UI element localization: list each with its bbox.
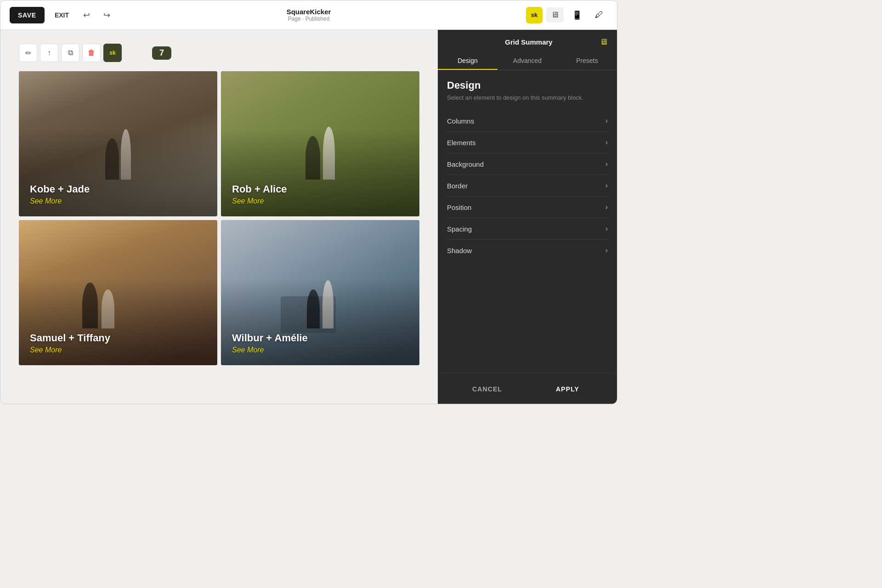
topbar: SAVE EXIT ↩ ↪ SquareKicker Page · Publis… — [0, 0, 617, 30]
panel-row-label-shadow: Shadow — [447, 247, 472, 254]
panel-row-elements[interactable]: Elements › — [447, 132, 608, 153]
photo-link-1[interactable]: See More — [30, 197, 206, 205]
mobile-device-button[interactable]: 📱 — [567, 7, 587, 23]
canvas: ✏ ↑ ⧉ 🗑 sk 7 8 — [0, 30, 438, 404]
photo-card-2[interactable]: Rob + Alice See More — [221, 71, 419, 216]
redo-icon: ↪ — [103, 10, 110, 20]
panel-row-label-elements: Elements — [447, 139, 476, 147]
photo-card-3[interactable]: Samuel + Tiffany See More — [19, 220, 217, 365]
topbar-right: sk 🖥 📱 🖊 — [526, 7, 608, 23]
photo-title-1: Kobe + Jade — [30, 183, 206, 195]
panel-body: Design Select an element to design on th… — [438, 70, 617, 373]
panel-header: Grid Summary 🖥 — [438, 30, 617, 47]
duplicate-icon: ⧉ — [68, 49, 73, 57]
panel-row-border[interactable]: Border › — [447, 175, 608, 197]
right-panel: Grid Summary 🖥 Design Advanced Presets D… — [438, 30, 617, 404]
desktop-device-button[interactable]: 🖥 — [546, 7, 564, 23]
photo-grid: Kobe + Jade See More Rob + Alice See Mor… — [19, 71, 419, 365]
panel-section-desc: Select an element to design on this summ… — [447, 94, 608, 101]
undo-button[interactable]: ↩ — [79, 8, 94, 23]
panel-row-label-spacing: Spacing — [447, 225, 472, 233]
photo-overlay-1: Kobe + Jade See More — [19, 71, 217, 216]
panel-row-spacing[interactable]: Spacing › — [447, 218, 608, 240]
tab-presets[interactable]: Presets — [557, 52, 617, 70]
panel-row-shadow[interactable]: Shadow › — [447, 240, 608, 261]
save-button[interactable]: SAVE — [10, 7, 45, 23]
photo-title-4: Wilbur + Amélie — [232, 332, 408, 344]
panel-row-columns[interactable]: Columns › — [447, 110, 608, 132]
badge-7: 7 — [152, 46, 171, 60]
tab-advanced[interactable]: Advanced — [498, 52, 557, 70]
chevron-right-icon-elements: › — [605, 138, 608, 147]
move-tool-button[interactable]: ↑ — [40, 44, 58, 62]
photo-overlay-4: Wilbur + Amélie See More — [221, 220, 419, 365]
photo-link-3[interactable]: See More — [30, 346, 206, 354]
page-status: Page · Published — [287, 16, 331, 22]
chevron-right-icon-border: › — [605, 181, 608, 190]
panel-row-label-position: Position — [447, 204, 471, 211]
photo-overlay-3: Samuel + Tiffany See More — [19, 220, 217, 365]
edit-tool-button[interactable]: ✏ — [19, 44, 37, 62]
chevron-right-icon-position: › — [605, 203, 608, 211]
sk-tool-button[interactable]: sk — [103, 44, 122, 62]
photo-title-3: Samuel + Tiffany — [30, 332, 206, 344]
desktop-icon: 🖥 — [551, 10, 559, 20]
cancel-button[interactable]: CANCEL — [447, 381, 527, 397]
redo-button[interactable]: ↪ — [99, 8, 114, 23]
duplicate-tool-button[interactable]: ⧉ — [61, 44, 79, 62]
toolbar-row: ✏ ↑ ⧉ 🗑 sk 7 — [19, 44, 419, 62]
undo-icon: ↩ — [83, 10, 90, 20]
paint-icon: 🖊 — [595, 10, 603, 19]
app-name: SquareKicker — [287, 8, 331, 16]
exit-button[interactable]: EXIT — [50, 9, 74, 22]
main: ✏ ↑ ⧉ 🗑 sk 7 8 — [0, 30, 617, 404]
panel-section-title: Design — [447, 79, 608, 91]
panel-row-label-columns: Columns — [447, 117, 474, 125]
sk-logo: sk — [526, 7, 543, 23]
photo-title-2: Rob + Alice — [232, 183, 408, 195]
apply-button[interactable]: APPLY — [527, 381, 608, 397]
chevron-right-icon-shadow: › — [605, 246, 608, 254]
photo-overlay-2: Rob + Alice See More — [221, 71, 419, 216]
delete-icon: 🗑 — [88, 49, 95, 57]
monitor-icon: 🖥 — [599, 37, 608, 47]
photo-link-4[interactable]: See More — [232, 346, 408, 354]
sk-icon: sk — [109, 50, 115, 56]
panel-title: Grid Summary — [458, 38, 599, 46]
photo-card-4[interactable]: Wilbur + Amélie See More — [221, 220, 419, 365]
topbar-center: SquareKicker Page · Published — [287, 8, 331, 22]
panel-row-position[interactable]: Position › — [447, 197, 608, 218]
panel-row-label-border: Border — [447, 182, 468, 190]
tab-design[interactable]: Design — [438, 52, 498, 70]
panel-tabs: Design Advanced Presets — [438, 52, 617, 70]
photo-card-1[interactable]: Kobe + Jade See More — [19, 71, 217, 216]
chevron-right-icon-background: › — [605, 160, 608, 168]
move-up-icon: ↑ — [47, 49, 51, 57]
edit-icon: ✏ — [25, 49, 31, 57]
chevron-right-icon-columns: › — [605, 117, 608, 125]
chevron-right-icon-spacing: › — [605, 225, 608, 233]
panel-footer: CANCEL APPLY — [438, 373, 617, 404]
panel-row-background[interactable]: Background › — [447, 153, 608, 175]
delete-tool-button[interactable]: 🗑 — [82, 44, 101, 62]
photo-link-2[interactable]: See More — [232, 197, 408, 205]
mobile-icon: 📱 — [572, 10, 582, 20]
panel-row-label-background: Background — [447, 160, 484, 168]
topbar-left: SAVE EXIT ↩ ↪ — [10, 7, 114, 23]
paint-button[interactable]: 🖊 — [590, 7, 608, 23]
